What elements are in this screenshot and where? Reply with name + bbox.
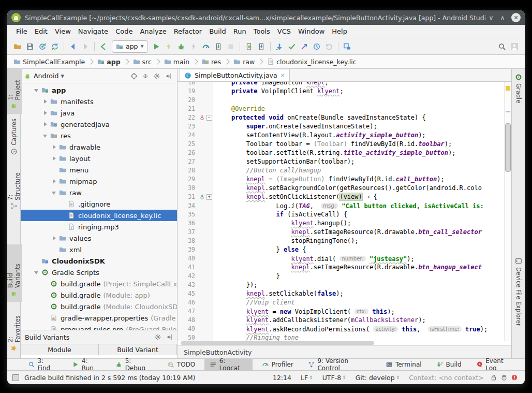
target-button[interactable] [128,72,140,80]
tree-item-build-gradle[interactable]: build.gradle(Module: app) [21,289,177,301]
implement-gutter-icon[interactable] [198,193,206,201]
breadcrumb-item-src[interactable]: src [132,58,153,66]
tree-item-mipmap[interactable]: mipmap [21,176,177,187]
menu-edit[interactable]: Edit [31,26,51,37]
toolwindow-toggle-icon[interactable] [12,374,19,381]
hide-button[interactable] [162,72,174,80]
breadcrumb-item-cloudonix-license-key-lic[interactable]: cloudonix_license_key.lic [266,58,357,66]
forward-button[interactable] [79,40,92,53]
toolwindow-tab-captures[interactable]: Captures [9,114,19,160]
breadcrumb-item-app[interactable]: app [96,58,121,66]
tree-item-manifests[interactable]: manifests [21,96,177,107]
tree-item-ringing-mp3[interactable]: ?ringing.mp3 [21,221,177,232]
tree-item-xml[interactable]: xml [21,244,177,255]
layout-inspector-button[interactable] [341,40,353,53]
menu-analyze[interactable]: Analyze [136,26,170,37]
breadcrumb-item-simplecallexample[interactable]: SimpleCallExample [12,58,86,66]
menu-file[interactable]: File [12,26,31,37]
minimize-button[interactable]: ∨ [485,14,497,22]
status-segment-context-no-context-[interactable]: Context: <no context> [404,374,489,382]
bottom-tab-3-find[interactable]: 3: Find [23,359,63,370]
bottom-tab-profiler[interactable]: Profiler [257,359,299,370]
toolwindow-tab-1-project[interactable]: 1: Project [7,69,22,114]
status-segment-lf[interactable]: LF⇕ [296,374,318,382]
tree-item-java[interactable]: java [21,107,177,119]
editor-tab-simplebuttonactivity[interactable]: C SimpleButtonActivity.java × [180,69,290,81]
bottom-tab-todo[interactable]: TODO [162,359,200,370]
bottom-tab-6-logcat[interactable]: 6: Logcat [204,359,252,370]
tree-expand-icon[interactable] [43,133,49,139]
sync-project-button[interactable] [97,40,110,53]
debug-button[interactable] [175,40,187,53]
breadcrumb-item-res[interactable]: res [201,58,222,66]
bottom-tab-5-debug[interactable]: 5: Debug [110,359,158,370]
tree-item-generatedjava[interactable]: generatedJava [21,119,177,130]
tree-expand-icon[interactable] [52,190,57,196]
tree-expand-icon[interactable] [34,88,40,93]
stop-button[interactable] [225,40,237,53]
hide-panel-icon[interactable] [166,333,173,341]
tree-item-build-gradle[interactable]: build.gradle(Module: CloudonixSDK) [21,301,177,312]
gradle-refresh-button[interactable] [49,40,61,53]
profile-button[interactable] [200,40,212,53]
close-button[interactable]: ✕ [511,13,521,22]
menu-window[interactable]: Window [294,26,328,37]
error-status-icon[interactable] [509,374,520,381]
editor-error-stripe[interactable] [504,82,511,341]
status-segment-12-14[interactable]: 12:14 [268,374,296,382]
menu-tools[interactable]: Tools [250,26,274,37]
daemon-status-icon[interactable] [499,374,509,381]
avatar-button[interactable] [508,40,521,53]
editor-vertical-scrollbar-thumb[interactable] [505,123,511,172]
search-button[interactable] [496,40,508,53]
tree-item-cloudonixsdk[interactable]: CloudonixSDK [21,255,177,267]
run-button[interactable] [150,40,162,53]
vcs-update-button[interactable] [273,40,286,53]
toolwindow-tab-device-file-explorer[interactable]: Device File Explorer [514,253,523,331]
tree-item-raw[interactable]: raw [21,187,177,198]
run-configuration-dropdown[interactable]: app▼ [112,40,148,53]
gear-button[interactable] [151,72,162,80]
fold-marker[interactable]: + [206,193,213,201]
tree-expand-icon[interactable] [34,270,40,275]
vcs-history-button[interactable] [311,40,323,53]
menu-help[interactable]: Help [328,26,351,37]
collapse-button[interactable] [140,72,151,80]
project-view-selector[interactable]: Android [34,72,58,80]
tree-item-drawable[interactable]: drawable [21,141,177,153]
bottom-tab-build[interactable]: Build [431,359,467,370]
chevron-down-icon[interactable]: ▼ [61,74,64,79]
attach-debugger-button[interactable] [212,40,225,53]
toolwindow-tab-7-structure[interactable]: 7: Structure [7,162,22,214]
toolwindow-tab-gradle[interactable]: Gradle [514,69,523,108]
sync-button[interactable] [36,40,49,53]
menu-view[interactable]: View [51,26,75,37]
apply-changes-button[interactable] [162,40,175,53]
breadcrumb-item-main[interactable]: main [163,58,190,66]
tree-item-gradle-wrapper-properties[interactable]: gradle-wrapper.properties(Gradle Versio [21,312,177,324]
maximize-button[interactable]: ∧ [497,14,508,22]
tree-item-menu[interactable]: menu [21,164,177,176]
sdk-manager-button[interactable] [255,40,268,53]
tree-item-layout[interactable]: layout [21,153,177,164]
close-tab-icon[interactable]: × [280,72,285,79]
tree-item-proguard-rules-pro[interactable]: proguard-rules.pro(ProGuard Rules for a [21,324,177,330]
tree-item-res[interactable]: res [21,130,177,141]
menu-build[interactable]: Build [205,26,230,37]
save-button[interactable] [24,40,36,53]
tree-expand-icon[interactable] [52,179,57,184]
menu-refactor[interactable]: Refactor [170,26,206,37]
editor-breadcrumb[interactable]: SimpleButtonActivity [178,345,511,358]
tree-item-build-gradle[interactable]: build.gradle(Project: SimpleCallExample) [21,278,177,289]
tree-item-cloudonix-license-key-lic[interactable]: cloudonix_license_key.lic [21,210,177,221]
vcs-rollback-button[interactable] [323,40,335,53]
tree-expand-icon[interactable] [43,110,49,116]
status-segment-git-develop[interactable]: Git: develop⇕ [351,374,405,382]
tree-item-gradle-scripts[interactable]: Gradle Scripts [21,267,177,278]
lock-status-icon[interactable] [489,374,499,381]
fold-marker[interactable]: − [206,113,213,122]
bottom-tab-9-version-control[interactable]: 9: Version Control [303,359,376,370]
vcs-push-button[interactable] [298,40,311,53]
tree-item--gitignore[interactable]: .gitignore [21,198,177,210]
breadcrumb-item-raw[interactable]: raw [232,58,256,66]
